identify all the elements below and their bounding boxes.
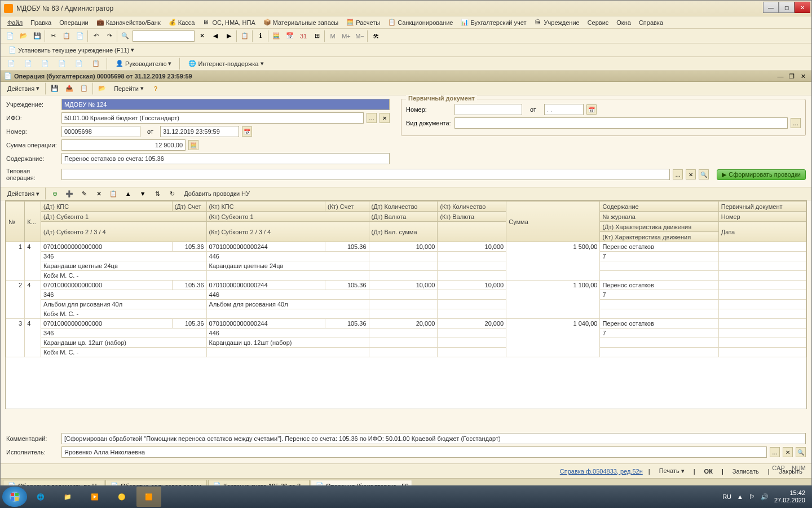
col-kt-sub234[interactable]: (Кт) Субконто 2 / 3 / 4 — [206, 222, 369, 242]
nav-back-button[interactable]: ◀ — [209, 30, 222, 42]
save-doc-button[interactable]: Записать — [729, 467, 762, 476]
task-explorer[interactable]: 📁 — [55, 487, 80, 507]
nav4-button[interactable]: 📄 — [56, 58, 68, 70]
refresh-button[interactable]: ↻ — [166, 187, 178, 200]
col-kt-acc[interactable]: (Кт) Счет — [325, 202, 369, 212]
mplus-button[interactable]: M+ — [340, 30, 352, 42]
tray-sound-icon[interactable]: 🔊 — [761, 493, 769, 501]
clear-search-button[interactable]: ✕ — [196, 30, 208, 42]
save-button[interactable]: 💾 — [31, 30, 43, 42]
executor-input[interactable]: Яровенко Алла Николаевна — [61, 446, 767, 458]
edit-row-button[interactable]: ✎ — [78, 187, 90, 200]
table-actions-button[interactable]: Действия ▾ — [4, 189, 43, 199]
col-dt-valsum[interactable]: (Дт) Вал. сумма — [369, 222, 438, 242]
type-op-select-button[interactable]: … — [673, 169, 683, 179]
menu-operations[interactable]: Операции — [56, 18, 91, 27]
menu-os[interactable]: 🖥ОС, НМА, НПА — [199, 17, 258, 28]
tools-button[interactable]: 🛠 — [369, 30, 382, 42]
help-button[interactable]: ℹ — [254, 30, 267, 42]
redo-button[interactable]: ↷ — [103, 30, 116, 42]
comment-input[interactable]: [Сформирован обработкой "Помощник перено… — [61, 433, 806, 444]
move-up-button[interactable]: ▲ — [122, 187, 134, 200]
content-input[interactable]: Перенос остатков со счета: 105.36 — [61, 153, 390, 164]
col-kt-cur[interactable]: (Кт) Валюта — [438, 212, 506, 222]
search-button[interactable]: 🔍 — [119, 30, 131, 42]
task-chrome[interactable]: 🟡 — [109, 487, 134, 507]
table-row[interactable]: 1 4 07010000000000000105.36 070100000000… — [6, 242, 806, 252]
col-dt-cur[interactable]: (Дт) Валюта — [369, 212, 438, 222]
col-kt-qty[interactable]: (Кт) Количество — [438, 202, 506, 212]
doc-actions-button[interactable]: Действия ▾ — [4, 84, 43, 93]
paste-button[interactable]: 📄 — [74, 30, 86, 42]
date-input[interactable]: 31.12.2019 23:59:59 — [160, 126, 239, 137]
nav1-button[interactable]: 📄 — [5, 58, 17, 70]
menu-help[interactable]: Справка — [636, 18, 667, 27]
menu-service[interactable]: Сервис — [584, 18, 612, 27]
m-button[interactable]: M — [326, 30, 339, 42]
nav3-button[interactable]: 📄 — [39, 58, 51, 70]
col-n[interactable]: № — [6, 202, 25, 242]
nav5-button[interactable]: 📄 — [73, 58, 85, 70]
tray-clock[interactable]: 15:42 27.02.2020 — [774, 489, 805, 504]
date-button[interactable]: 31 — [297, 30, 310, 42]
date-picker-button[interactable]: 📅 — [242, 126, 252, 137]
tray-flag-icon[interactable]: 🏳 — [749, 493, 755, 500]
col-kt-sub1[interactable]: (Кт) Субконто 1 — [206, 212, 369, 222]
menu-accounting[interactable]: 📊Бухгалтерский учет — [457, 17, 529, 28]
menu-treasury[interactable]: 💼Казначейство/Банк — [93, 17, 164, 28]
institution-input[interactable]: МДОБУ № 124 — [61, 99, 390, 110]
new-button[interactable]: 📄 — [4, 30, 16, 42]
executor-clear-button[interactable]: ✕ — [783, 447, 793, 457]
primary-date-input[interactable]: . . — [544, 104, 584, 115]
doc-help-button[interactable]: ? — [149, 82, 162, 95]
type-op-clear-button[interactable]: ✕ — [686, 169, 696, 179]
doc-copy-button[interactable]: 📋 — [78, 82, 90, 95]
type-op-search-button[interactable]: 🔍 — [699, 169, 709, 179]
move-down-button[interactable]: ▼ — [136, 187, 149, 200]
menu-cash[interactable]: 💰Касса — [165, 17, 198, 28]
task-media[interactable]: ▶️ — [82, 487, 107, 507]
col-k[interactable]: К... — [25, 202, 41, 242]
maximize-button[interactable]: ◻ — [779, 2, 795, 13]
sum-calc-button[interactable]: 🧮 — [188, 140, 198, 150]
grid-button[interactable]: ⊞ — [311, 30, 323, 42]
executor-search-button[interactable]: 🔍 — [796, 447, 806, 457]
doc-save-button[interactable]: 💾 — [48, 82, 61, 95]
menu-materials[interactable]: 📦Материальные запасы — [260, 17, 342, 28]
col-dt-acc[interactable]: (Дт) Счет — [172, 202, 206, 212]
col-dt-kps[interactable]: (Дт) КПС — [41, 202, 173, 212]
print-button[interactable]: Печать ▾ — [656, 466, 688, 476]
form-entries-button[interactable]: ▶ Сформировать проводки — [717, 169, 806, 180]
doc-minimize-button[interactable]: — — [775, 72, 785, 81]
minimize-button[interactable]: — — [763, 2, 779, 13]
add-nu-button[interactable]: Добавить проводки НУ — [180, 189, 253, 198]
sort-button[interactable]: ⇅ — [151, 187, 164, 200]
calendar-button[interactable]: 📅 — [284, 30, 296, 42]
close-button[interactable]: ✕ — [795, 2, 810, 13]
col-primary[interactable]: Первичный документ — [718, 202, 806, 212]
copy-button[interactable]: 📋 — [60, 30, 73, 42]
menu-edit[interactable]: Правка — [27, 18, 55, 27]
col-date[interactable]: Дата — [718, 222, 806, 242]
nav2-button[interactable]: 📄 — [22, 58, 34, 70]
doc-nav-button[interactable]: 📂 — [96, 82, 108, 95]
number-input[interactable]: 00005698 — [61, 126, 140, 137]
open-button[interactable]: 📂 — [17, 30, 30, 42]
mminus-button[interactable]: M− — [354, 30, 366, 42]
doc-close-button[interactable]: ✕ — [798, 72, 808, 81]
table-row[interactable]: 2 4 07010000000000000105.36 070100000000… — [6, 281, 806, 290]
doc-post-button[interactable]: 📤 — [63, 82, 76, 95]
col-content[interactable]: Содержание — [600, 202, 718, 212]
primary-number-input[interactable] — [454, 104, 522, 115]
copy-row-button[interactable]: 📋 — [107, 187, 120, 200]
ok-button[interactable]: ОК — [701, 467, 716, 476]
col-dt-sub1[interactable]: (Дт) Субконто 1 — [41, 212, 207, 222]
doc-restore-button[interactable]: ❐ — [787, 72, 797, 81]
doc-goto-button[interactable]: Перейти ▾ — [111, 84, 147, 93]
col-journal[interactable]: № журнала — [600, 212, 718, 222]
calc-button[interactable]: 🧮 — [270, 30, 283, 42]
col-kt-char[interactable]: (Кт) Характеристика движения — [600, 232, 718, 242]
menu-sanction[interactable]: 📋Санкционирование — [385, 17, 456, 28]
tray-up-icon[interactable]: ▲ — [737, 493, 743, 500]
tray-lang[interactable]: RU — [722, 493, 731, 500]
